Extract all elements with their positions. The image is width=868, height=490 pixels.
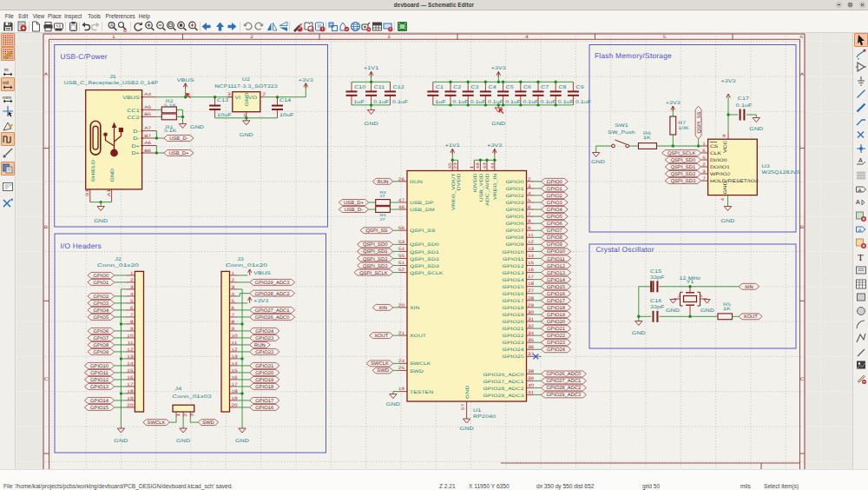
svg-text:14: 14 [528,254,535,259]
svg-text:4: 4 [720,198,726,202]
svg-text:5.1K: 5.1K [164,129,177,134]
svg-text:Y1: Y1 [687,280,694,285]
svg-text:+3V3: +3V3 [491,66,506,71]
svg-text:8: 8 [528,219,531,224]
svg-text:7: 7 [702,176,706,182]
svg-text:B: B [44,225,49,230]
svg-text:C16: C16 [650,299,661,304]
svg-text:RUN: RUN [378,180,389,185]
svg-text:GPIO22: GPIO22 [255,350,273,355]
svg-text:QSPI_SD2: QSPI_SD2 [363,257,388,262]
svg-text:A5: A5 [144,105,151,110]
svg-text:GPIO19: GPIO19 [547,313,565,318]
svg-text:40: 40 [528,383,535,388]
svg-text:18: 18 [127,389,134,394]
svg-text:GPIO27_ADC1: GPIO27_ADC1 [483,380,523,385]
svg-text:17: 17 [232,382,239,387]
svg-text:13: 13 [528,247,535,252]
svg-text:GPIO14: GPIO14 [547,278,565,283]
svg-text:43: 43 [483,162,488,169]
svg-text:A: A [800,72,805,77]
svg-text:6: 6 [702,149,706,154]
svg-text:GPIO17: GPIO17 [255,399,273,404]
svg-text:GPIO3: GPIO3 [93,301,108,307]
svg-text:GND: GND [235,439,249,444]
svg-text:20: 20 [232,403,239,408]
svg-text:CC1: CC1 [127,109,139,114]
svg-text:3: 3 [232,285,235,290]
svg-text:T: T [858,252,864,262]
svg-text:0.1uF: 0.1uF [575,100,592,105]
svg-text:0.1uF: 0.1uF [736,103,753,109]
svg-text:1: 1 [470,166,475,169]
svg-text:SWD: SWD [202,420,214,426]
svg-text:mm: mm [3,94,11,99]
svg-text:GPIO11: GPIO11 [547,257,565,262]
svg-text:C: C [44,377,49,382]
svg-text:U3: U3 [762,164,770,169]
svg-text:J3: J3 [237,257,244,262]
svg-text:2: 2 [130,278,134,283]
svg-text:GND: GND [700,308,714,314]
svg-text:GPIO1: GPIO1 [505,187,523,192]
svg-text:USB-C/Power: USB-C/Power [61,52,108,61]
svg-text:C14: C14 [279,98,291,103]
svg-text:VI: VI [235,96,241,101]
svg-text:0.1uF: 0.1uF [373,100,390,105]
svg-text:GPIO21: GPIO21 [255,364,273,369]
svg-text:GPIO10: GPIO10 [90,364,108,369]
svg-text:GPIO26_ADC0: GPIO26_ADC0 [255,315,290,321]
svg-text:7: 7 [130,313,134,318]
svg-text:CS: CS [710,144,719,149]
svg-text:19: 19 [127,396,134,401]
svg-text:GPIO19: GPIO19 [255,378,273,383]
svg-text:GPIO5: GPIO5 [505,215,523,220]
svg-text:54: 54 [398,247,405,252]
svg-text:GPIO8: GPIO8 [547,235,562,241]
svg-text:15: 15 [232,368,239,374]
svg-text:C13: C13 [217,98,228,103]
svg-text:GND: GND [723,181,728,194]
svg-text:A1: A1 [107,189,112,196]
svg-text:D-: D- [133,129,140,135]
svg-text:QSPI_SD0: QSPI_SD0 [671,158,696,163]
svg-text:GND: GND [720,219,734,224]
svg-text:6: 6 [799,35,803,40]
svg-text:B: B [123,28,127,33]
svg-text:C10: C10 [354,85,365,90]
svg-text:25: 25 [398,366,405,371]
svg-text:RP2040: RP2040 [473,414,496,420]
svg-text:GND: GND [365,122,378,127]
svg-text:6: 6 [528,205,531,210]
svg-text:1uF: 1uF [354,100,365,105]
svg-text:52: 52 [398,268,405,273]
svg-text:QSPI_SCLK: QSPI_SCLK [410,271,444,276]
svg-text:XIN: XIN [410,306,420,311]
svg-text:20: 20 [398,303,405,308]
svg-text:+1V1: +1V1 [445,143,460,149]
svg-text:56: 56 [398,226,405,231]
svg-text:3: 3 [190,414,195,417]
svg-text:33pF: 33pF [650,305,665,310]
svg-text:SWCLK: SWCLK [410,361,431,367]
svg-text:C15: C15 [650,269,661,275]
svg-text:+3V3: +3V3 [666,101,681,106]
svg-text:GPIO6: GPIO6 [505,222,523,227]
svg-text:QSPI_SCLK: QSPI_SCLK [667,151,696,156]
svg-text:+3V3: +3V3 [299,78,313,83]
svg-text:C5: C5 [506,85,514,90]
svg-text:VBUS: VBUS [122,96,140,101]
svg-text:8: 8 [130,320,134,325]
svg-text:47: 47 [398,198,405,203]
svg-text:QSPI_SD3: QSPI_SD3 [363,264,388,269]
svg-text:USB_D+: USB_D+ [169,151,189,156]
svg-text:GPIO23: GPIO23 [255,336,273,341]
svg-text:18: 18 [232,389,239,394]
svg-text:VREG_IN: VREG_IN [493,173,498,200]
svg-text:GND: GND [666,308,680,314]
svg-text:35: 35 [528,338,535,343]
svg-text:C11: C11 [374,85,385,90]
svg-text:32: 32 [528,324,535,329]
svg-text:IOVDD: IOVDD [473,173,478,192]
svg-text:RUN: RUN [254,343,266,348]
